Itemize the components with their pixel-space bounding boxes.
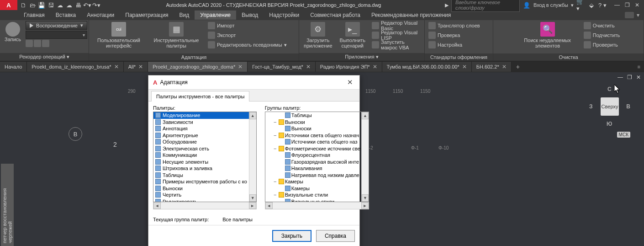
- palette-list-item[interactable]: Штриховка и заливка: [153, 165, 249, 172]
- close-tab-button[interactable]: ✕: [502, 64, 507, 70]
- file-tab[interactable]: БН.602.2*✕: [472, 62, 512, 72]
- dialog-close-button[interactable]: ✕: [345, 78, 355, 86]
- group-tree-item[interactable]: −Визуальные стили: [265, 192, 361, 198]
- group-tree-item[interactable]: Накаливания: [265, 165, 361, 172]
- plot-icon[interactable]: 🖶: [74, 1, 82, 9]
- scroll-left-button[interactable]: ◄: [153, 202, 161, 209]
- panel-label[interactable]: Стандарты оформления: [425, 53, 493, 61]
- group-tree-item[interactable]: −Камеры: [265, 178, 361, 185]
- close-tab-button[interactable]: ✕: [462, 64, 467, 70]
- help-icon[interactable]: ? ▾: [598, 1, 607, 9]
- scrollbar[interactable]: ◄ ►: [153, 202, 257, 209]
- palette-list-item[interactable]: Чертить: [153, 192, 249, 198]
- close-tab-button[interactable]: ✕: [238, 64, 243, 70]
- overkill-button[interactable]: Подчистить: [582, 31, 622, 40]
- signin-icon[interactable]: 👤: [523, 1, 531, 9]
- macro-icon-3[interactable]: [42, 40, 49, 47]
- wcs-label[interactable]: МСК: [617, 132, 630, 138]
- load-app-button[interactable]: ⚙ Загрузить приложение: [301, 21, 335, 49]
- open-icon[interactable]: 🗁: [28, 1, 37, 9]
- group-tree-item[interactable]: Таблицы: [265, 112, 361, 119]
- palette-list-item[interactable]: Несущие элементы: [153, 159, 249, 166]
- palette-list-item[interactable]: Таблицы: [153, 172, 249, 179]
- viewcube-top[interactable]: Сверху: [601, 97, 619, 116]
- palette-list-item[interactable]: Моделирование: [153, 112, 249, 119]
- scroll-down-button[interactable]: ▼: [362, 194, 369, 202]
- cloud-open-icon[interactable]: ☁: [56, 1, 64, 9]
- ribbon-tab[interactable]: Вставка: [50, 11, 82, 20]
- configure-standards-button[interactable]: Настройка: [427, 40, 482, 49]
- dialog-tab-palettes[interactable]: Палитры инструментов - все палитры: [151, 91, 249, 102]
- group-tree-item[interactable]: Флуоресцентная: [265, 152, 361, 159]
- scrollbar[interactable]: ◄ ►: [265, 202, 369, 209]
- ribbon-tab[interactable]: Управление: [195, 11, 236, 20]
- scroll-left-button[interactable]: ◄: [265, 202, 273, 209]
- purge-button[interactable]: Очистить: [582, 21, 622, 30]
- recovery-panel-title[interactable]: петчер восстановления чертежей: [1, 164, 14, 246]
- doc-minimize-button[interactable]: —: [617, 74, 624, 80]
- file-tab[interactable]: Гост-ца_Тамбур_мод*✕: [248, 62, 316, 72]
- palette-list-item[interactable]: Примеры инструментов работы с ко: [153, 178, 249, 185]
- viewcube-east[interactable]: В: [626, 103, 630, 110]
- groups-treeview[interactable]: Таблицы−ВыноскиВыноски−Источники света о…: [265, 112, 369, 202]
- search-input[interactable]: Введите ключевое слово/фразу: [451, 0, 520, 12]
- edit-aliases-button[interactable]: Редактировать псевдонимы ▾: [206, 40, 289, 49]
- file-tab[interactable]: All*✕: [124, 62, 148, 72]
- tree-expander-icon[interactable]: −: [273, 192, 278, 198]
- scrollbar[interactable]: ▲ ▼: [249, 112, 256, 202]
- group-tree-item[interactable]: Натриевая под низким давле: [265, 172, 361, 179]
- import-button[interactable]: Импорт: [206, 21, 289, 30]
- app-logo-icon[interactable]: A: [0, 0, 17, 10]
- palette-list-item[interactable]: Выноски: [153, 185, 249, 192]
- find-nonpurgeable-button[interactable]: 🔍 Поиск неудаляемых элементов: [515, 21, 580, 49]
- help-button[interactable]: Справка: [316, 230, 355, 242]
- panel-label[interactable]: Приложения ▾: [299, 53, 424, 61]
- panel-label[interactable]: Адаптация: [89, 53, 299, 61]
- run-macro-button[interactable]: Запустить макрос VBA: [370, 40, 422, 49]
- scroll-up-button[interactable]: ▲: [249, 112, 256, 119]
- group-tree-item[interactable]: Камеры: [265, 185, 361, 192]
- save-icon[interactable]: 💾: [37, 1, 46, 9]
- close-button[interactable]: ✕: [633, 1, 641, 9]
- palette-list-item[interactable]: Аннотация: [153, 125, 249, 132]
- group-tree-item[interactable]: −Источники света общего назнач: [265, 132, 361, 139]
- vb-editor-button[interactable]: Редактор Visual Basic: [370, 21, 422, 30]
- macro-icon-2[interactable]: [34, 40, 41, 47]
- audit-button[interactable]: Проверить: [582, 40, 622, 49]
- ribbon-tab[interactable]: Главная: [18, 11, 50, 20]
- cui-button[interactable]: cui Пользовательский интерфейс: [91, 21, 147, 49]
- new-icon[interactable]: 🗋: [19, 1, 27, 9]
- tree-expander-icon[interactable]: −: [273, 146, 278, 151]
- cart-icon[interactable]: 🛒▾: [576, 1, 585, 9]
- scroll-right-button[interactable]: ►: [249, 202, 256, 209]
- palette-list-item[interactable]: Оборудование: [153, 139, 249, 145]
- tree-expander-icon[interactable]: −: [273, 133, 278, 138]
- tabs-menu-button[interactable]: ≡: [634, 62, 644, 71]
- export-button[interactable]: Экспорт: [206, 31, 289, 40]
- undo-icon[interactable]: ↶▾: [83, 1, 91, 9]
- doc-restore-button[interactable]: ❐: [626, 74, 633, 80]
- run-script-button[interactable]: ▸_ Выполнить сценарий: [337, 21, 368, 49]
- macro-icon-1[interactable]: [26, 40, 33, 47]
- saveas-icon[interactable]: 🖫: [47, 1, 55, 9]
- tree-expander-icon[interactable]: −: [273, 119, 278, 125]
- ribbon-tab[interactable]: Аннотации: [81, 11, 120, 20]
- cloud-save-icon[interactable]: ☁: [65, 1, 73, 9]
- ribbon-tab[interactable]: Совместная работа: [305, 11, 366, 20]
- restore-button[interactable]: ❐: [623, 1, 631, 9]
- doc-close-button[interactable]: ✕: [635, 74, 642, 80]
- file-tab[interactable]: Proekt_zagorodnogo_zhilogo_doma*✕: [148, 62, 248, 72]
- viewcube-south[interactable]: Ю: [607, 121, 612, 127]
- file-tab[interactable]: Радио Ирландия ЭП*✕: [316, 62, 382, 72]
- ribbon-tab[interactable]: Вывод: [236, 11, 264, 20]
- tree-expander-icon[interactable]: −: [273, 179, 278, 184]
- redo-icon[interactable]: ↷▾: [92, 1, 100, 9]
- check-standards-button[interactable]: Проверка: [427, 31, 482, 40]
- scroll-up-button[interactable]: ▲: [362, 112, 369, 119]
- panel-label[interactable]: Рекордер операций ▾: [0, 53, 89, 61]
- palette-list-item[interactable]: Электрическая сеть: [153, 145, 249, 152]
- ribbon-tab[interactable]: Параметризация: [120, 11, 174, 20]
- group-tree-item[interactable]: Визуальные стили: [265, 198, 361, 202]
- palette-list-item[interactable]: Архитектурные: [153, 132, 249, 139]
- scroll-right-button[interactable]: ►: [361, 202, 369, 209]
